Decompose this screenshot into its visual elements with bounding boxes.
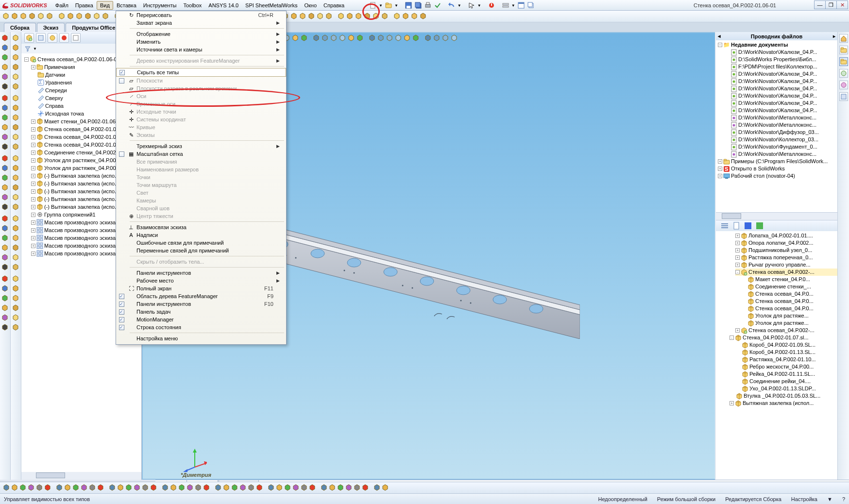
- toolbar-icon[interactable]: [1, 234, 9, 242]
- toolbar-icon[interactable]: [12, 294, 20, 302]
- recent-file[interactable]: D:\Work\Novator\Жалюзи_04.Р...: [730, 78, 837, 85]
- toolbar-icon[interactable]: [1, 133, 9, 141]
- toolbar-icon[interactable]: [75, 13, 83, 20]
- menu-item[interactable]: Панели инструментов▶: [116, 269, 286, 277]
- toolbar-icon[interactable]: [36, 484, 43, 491]
- toolbar-icon[interactable]: [12, 104, 20, 112]
- toolbar-icon[interactable]: [12, 304, 20, 312]
- menu-item[interactable]: Трехмерный эскиз▶: [116, 142, 286, 150]
- recent-file[interactable]: D:\Work\Novator\Металлоконс...: [730, 114, 837, 121]
- toolbar-icon[interactable]: [28, 484, 35, 491]
- toolbar-icon[interactable]: [12, 53, 20, 61]
- toolbar-icon[interactable]: [394, 34, 402, 42]
- toolbar-icon[interactable]: [256, 484, 263, 491]
- toolbar-icon[interactable]: [299, 13, 306, 20]
- menu-справка[interactable]: Справка: [320, 1, 348, 10]
- open-doc-node[interactable]: +Лопатка_04.Р.002-01.01....: [735, 232, 837, 239]
- toolbar-icon[interactable]: [441, 34, 449, 42]
- recent-file[interactable]: D:\Work\Novator\Жалюзи_04.Р...: [730, 49, 837, 56]
- toolbar-icon[interactable]: [1, 253, 9, 261]
- new-doc-icon[interactable]: [369, 1, 377, 9]
- toolbar-icon[interactable]: [12, 244, 20, 252]
- menu-item[interactable]: ⛶Полный экранF11: [116, 285, 286, 292]
- toolbar-icon[interactable]: [11, 484, 18, 491]
- toolbar-icon[interactable]: [1, 323, 9, 331]
- fm-tab-display[interactable]: [59, 33, 69, 43]
- tp-lib-icon[interactable]: [839, 46, 848, 54]
- window-icon[interactable]: [517, 1, 525, 9]
- cmd-tab[interactable]: Продукты Office: [66, 23, 121, 32]
- toolbar-icon[interactable]: [12, 143, 20, 151]
- fm-tab-config[interactable]: [48, 33, 57, 43]
- toolbar-icon[interactable]: [142, 484, 149, 491]
- toolbar-icon[interactable]: [3, 484, 10, 491]
- menu-файл[interactable]: Файл: [52, 1, 72, 10]
- open-docs-tree[interactable]: +Лопатка_04.Р.002-01.01....+Опора лопатк…: [716, 231, 837, 480]
- toolbar-icon[interactable]: [301, 484, 308, 491]
- menu-item[interactable]: Изменить▶: [116, 38, 286, 46]
- toolbar-icon[interactable]: [12, 275, 20, 283]
- toolbar-icon[interactable]: [12, 314, 20, 321]
- open-doc-node[interactable]: +Растяжка поперечная_0...: [735, 254, 837, 261]
- toolbar-icon[interactable]: [109, 484, 116, 491]
- toolbar-icon[interactable]: [12, 123, 20, 131]
- toolbar-icon[interactable]: [450, 34, 458, 42]
- open-doc-node[interactable]: Растяжка_04.Р.002-01.10...: [735, 356, 837, 363]
- open-doc-node[interactable]: -Стенка осевая_04.Р.002-...: [735, 269, 837, 276]
- view-doc-icon[interactable]: [732, 222, 740, 230]
- toolbar-icon[interactable]: [346, 13, 354, 20]
- toolbar-icon[interactable]: [1, 263, 9, 271]
- open-doc-node[interactable]: -Стенка_04.Р.002-01.07.sl...: [730, 334, 837, 341]
- tp-appearance-icon[interactable]: [839, 81, 848, 89]
- toolbar-icon[interactable]: [102, 13, 109, 20]
- toolbar-icon[interactable]: [248, 484, 255, 491]
- toolbar-icon[interactable]: [1, 123, 9, 131]
- rebuild-icon[interactable]: [488, 1, 495, 9]
- toolbar-icon[interactable]: [203, 484, 210, 491]
- menu-окно[interactable]: Окно: [301, 1, 320, 10]
- minimize-button[interactable]: —: [814, 0, 826, 9]
- view-green-icon[interactable]: [756, 222, 764, 230]
- open-doc-node[interactable]: Уголок для растяже...: [741, 312, 837, 319]
- recent-file[interactable]: D:\Work\Novator\Металлоконс...: [730, 151, 837, 158]
- toolbar-icon[interactable]: [362, 484, 369, 491]
- recent-file[interactable]: D:\Work\Novator\Металлоконс...: [730, 121, 837, 129]
- menu-item[interactable]: ✓Панели инструментовF10: [116, 300, 286, 308]
- toolbar-icon[interactable]: [1, 314, 9, 321]
- menu-item[interactable]: ▦Масштабная сетка: [116, 150, 286, 158]
- toolbar-icon[interactable]: [321, 484, 328, 491]
- toolbar-icon[interactable]: [28, 13, 36, 20]
- explorer-node[interactable]: +Примеры (C:\Program Files\SolidWork...: [718, 158, 837, 165]
- recent-file[interactable]: D:\Work\Novator\Диффузор_03...: [730, 129, 837, 136]
- toolbar-icon[interactable]: [300, 34, 308, 42]
- toolbar-icon[interactable]: [377, 34, 385, 42]
- toolbar-icon[interactable]: [363, 13, 371, 20]
- toolbar-icon[interactable]: [12, 94, 20, 102]
- view-blue-icon[interactable]: [744, 222, 752, 230]
- toolbar-icon[interactable]: [97, 484, 104, 491]
- toolbar-icon[interactable]: [187, 484, 194, 491]
- toolbar-icon[interactable]: [67, 13, 74, 20]
- toolbar-icon[interactable]: [11, 13, 18, 20]
- toolbar-icon[interactable]: [1, 94, 9, 102]
- toolbar-icon[interactable]: [2, 13, 10, 20]
- toolbar-icon[interactable]: [223, 484, 230, 491]
- toolbar-icon[interactable]: [410, 13, 418, 20]
- left-vertical-toolbar-2[interactable]: [11, 32, 21, 480]
- options-icon[interactable]: [502, 1, 509, 9]
- view-list-icon[interactable]: [721, 222, 729, 230]
- toolbar-icon[interactable]: [134, 484, 141, 491]
- toolbar-icon[interactable]: [1, 203, 9, 211]
- open-doc-node[interactable]: +Вытяжная заклепка (испол...: [730, 400, 837, 407]
- toolbar-icon[interactable]: [170, 484, 177, 491]
- maximize-button[interactable]: ❐: [825, 0, 837, 9]
- toolbar-icon[interactable]: [56, 484, 63, 491]
- open-doc-node[interactable]: Соединение рейки_04....: [735, 378, 837, 385]
- toolbar-icon[interactable]: [355, 13, 362, 20]
- toolbar-icon[interactable]: [12, 44, 20, 51]
- toolbar-icon[interactable]: [1, 184, 9, 191]
- menu-item[interactable]: ✓Скрыть все типы: [116, 68, 286, 77]
- toolbar-icon[interactable]: [291, 34, 299, 42]
- toolbar-icon[interactable]: [1, 275, 9, 283]
- rp-h-scrollbar[interactable]: [716, 213, 837, 220]
